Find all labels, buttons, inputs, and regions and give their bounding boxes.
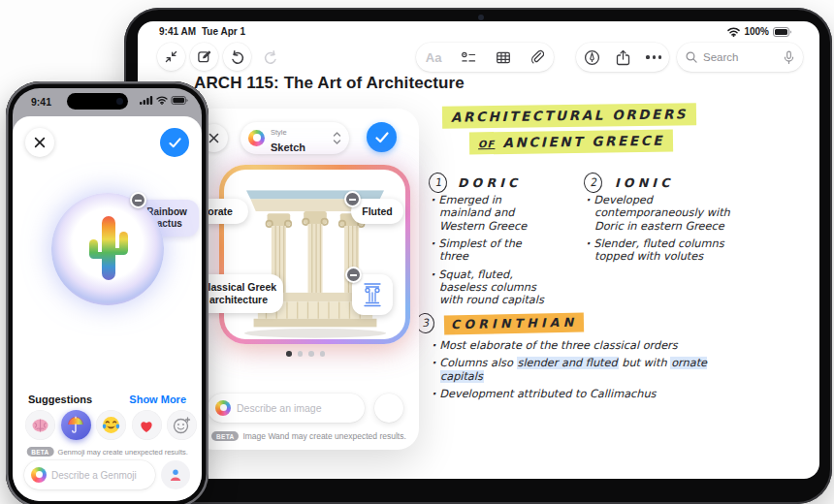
image-pagination-dots[interactable] [192, 351, 419, 357]
bullet-item: Developed contemporaneously with Doric i… [586, 194, 733, 233]
ipad-device: 9:41 AMTue Apr 1 100% Aa [124, 8, 832, 504]
chevron-up-down-icon [333, 132, 341, 144]
beta-text: Image Wand may create unexpected results… [242, 431, 405, 441]
describe-image-input[interactable]: Describe an image [208, 394, 365, 423]
describe-genmoji-placeholder: Describe a Genmoji [51, 470, 137, 481]
ipad-date: Tue Apr 1 [202, 26, 245, 37]
red-heart-emoji[interactable] [132, 410, 162, 440]
table-button[interactable] [496, 50, 511, 65]
beta-text: Genmoji may create unexpected results. [58, 448, 188, 457]
bullet-item: Emerged in mainland and Western Greece [431, 194, 551, 233]
ipad-status-icons: 100% [727, 26, 792, 37]
section-bullets: Developed contemporaneously with Doric i… [586, 194, 733, 268]
actions-toolbar-group [576, 43, 669, 72]
remove-chip-minus-icon[interactable] [344, 191, 361, 207]
iphone-device: 9:41 Rainbow cactus [6, 81, 208, 504]
remove-genmoji-minus-icon[interactable] [130, 192, 146, 208]
apple-intelligence-icon [215, 400, 231, 416]
section-number: 1 [428, 172, 448, 194]
brain-emoji[interactable] [25, 410, 55, 440]
battery-icon [773, 27, 792, 37]
bullet-item: Slender, fluted columns topped with volu… [586, 237, 733, 264]
compose-button[interactable] [190, 43, 218, 71]
section-bullets: Most elaborate of the three classical or… [432, 339, 740, 405]
bullet-item: Squat, fluted, baseless columns with rou… [431, 268, 551, 307]
style-value: Sketch [271, 142, 305, 153]
undo-button[interactable] [223, 43, 251, 71]
wifi-icon [727, 27, 740, 37]
page-dot[interactable] [308, 351, 314, 357]
page-dot[interactable] [298, 351, 304, 357]
beta-badge: BETA [26, 447, 53, 457]
search-field[interactable]: Search [677, 43, 803, 72]
show-more-link[interactable]: Show More [129, 394, 186, 405]
genmoji-beta-note: BETA Genmoji may create unexpected resul… [26, 447, 188, 457]
checklist-button[interactable] [461, 50, 476, 65]
new-genmoji-emoji[interactable] [167, 410, 197, 440]
collapse-toolbar-button[interactable] [157, 43, 185, 71]
apple-intelligence-icon [248, 130, 265, 146]
section-number: 2 [583, 172, 603, 194]
apple-intelligence-icon [31, 467, 47, 483]
generated-image-card[interactable] [219, 165, 410, 344]
laughing-crying-emoji[interactable] [96, 410, 126, 440]
share-button[interactable] [616, 49, 630, 66]
person-icon [169, 468, 182, 482]
iphone-time: 9:41 [31, 96, 51, 108]
ipad-time: 9:41 AM [159, 26, 196, 37]
note-heading-line1: ARCHITECTURAL ORDERS [442, 105, 696, 127]
page-dot[interactable] [320, 351, 326, 357]
section-bullets: Emerged in mainland and Western GreeceSi… [431, 194, 551, 312]
note-heading-line2: OFANCIENT GREECE [469, 131, 673, 153]
wifi-icon [156, 96, 168, 105]
genmoji-sheet: Rainbow cactus [13, 116, 202, 501]
battery-icon [171, 96, 189, 105]
search-icon [686, 51, 697, 63]
search-placeholder: Search [703, 51, 778, 63]
emoji-suggestions-row [25, 410, 197, 440]
signal-icon [140, 96, 153, 105]
markup-pen-button[interactable] [584, 49, 600, 66]
style-picker[interactable]: StyleSketch [241, 122, 349, 154]
genmoji-close-button[interactable] [25, 128, 54, 157]
mic-icon[interactable] [784, 50, 794, 65]
note-title: ARCH 115: The Art of Architecture [194, 74, 465, 93]
describe-image-placeholder: Describe an image [237, 402, 322, 414]
style-label: Style [271, 128, 287, 137]
attach-paperclip-button[interactable] [529, 49, 544, 65]
bullet-item: Simplest of the three [431, 237, 551, 264]
bullet-item: Columns also slender and fluted but with… [432, 357, 740, 383]
accept-genmoji-button[interactable] [160, 128, 189, 157]
marketing-canvas: 9:41 AMTue Apr 1 100% Aa [0, 0, 834, 504]
add-prompt-button[interactable] [374, 394, 403, 423]
person-genmoji-button[interactable] [161, 460, 190, 489]
dynamic-island [67, 93, 128, 110]
describe-genmoji-input[interactable]: Describe a Genmoji [24, 460, 155, 489]
column-sketch-icon [362, 281, 383, 308]
section-title: DORIC [458, 175, 521, 190]
notes-toolbar: Aa Search [138, 43, 819, 73]
rainbow-cactus-genmoji[interactable] [87, 214, 130, 284]
bullet-item: Development attributed to Callimachus [432, 388, 740, 400]
iphone-status-icons [140, 96, 189, 105]
ipad-camera [478, 15, 484, 20]
accept-image-button[interactable] [367, 122, 397, 152]
page-dot[interactable] [286, 351, 292, 357]
section-title: IONIC [615, 175, 674, 190]
redo-button[interactable] [256, 43, 284, 71]
more-options-button[interactable] [646, 55, 661, 58]
remove-chip-minus-icon[interactable] [345, 267, 362, 283]
text-format-button[interactable]: Aa [426, 50, 442, 65]
ipad-screen: 9:41 AMTue Apr 1 100% Aa [138, 21, 819, 479]
beta-badge: BETA [211, 431, 239, 441]
iphone-screen: 9:41 Rainbow cactus [13, 88, 202, 501]
ipad-status-bar: 9:41 AMTue Apr 1 [159, 26, 245, 37]
section-title: CORINTHIAN [444, 314, 584, 333]
suggestions-label: Suggestions [28, 394, 92, 405]
format-toolbar-group: Aa [416, 43, 554, 72]
battery-percent: 100% [744, 26, 769, 37]
image-wand-panel: StyleSketch [192, 109, 419, 450]
bullet-item: Most elaborate of the three classical or… [432, 339, 740, 352]
image-wand-beta-note: BETA Image Wand may create unexpected re… [211, 431, 406, 441]
rainbow-umbrella-emoji[interactable] [61, 410, 91, 440]
